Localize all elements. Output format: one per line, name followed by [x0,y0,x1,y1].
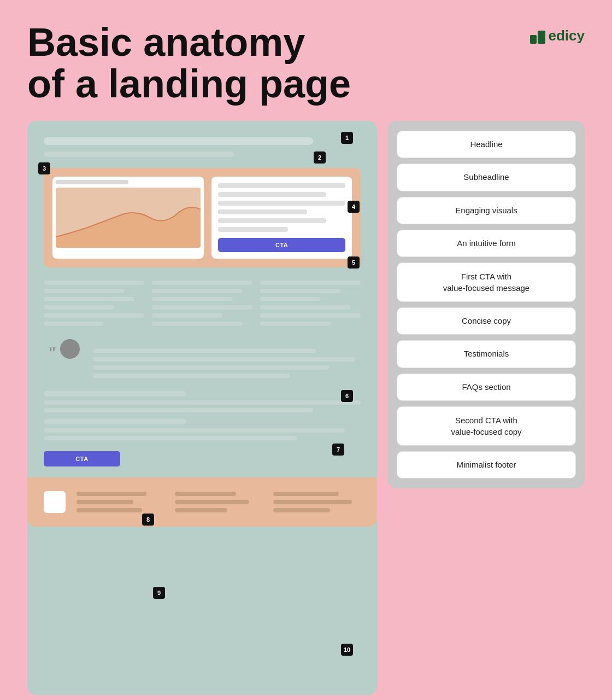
mockup-footer [27,477,377,527]
footer-col [273,492,361,512]
chart-area [56,188,201,248]
label-first-cta: First CTA withvalue-focused message [397,262,576,302]
badge-1: 1 [341,132,353,144]
mockup-subheadline [44,151,234,157]
form-line [218,227,288,232]
logo-text: edicy [549,27,585,44]
badge-3: 3 [38,162,50,174]
mockup-faqs [44,391,361,440]
copy-col [44,281,144,326]
footer-logo-box [44,491,66,513]
visual-bar [56,180,128,184]
header: Basic anatomy of a landing page edicy [27,22,585,104]
badge-4: 4 [348,201,360,213]
label-testimonials: Testimonials [397,340,576,368]
mockup-form: 4 5 CTA [211,177,352,259]
label-headline: Headline [397,131,576,158]
logo: edicy [530,27,585,44]
labels-panel: Headline Subheadline Engaging visuals An… [388,121,585,488]
mockup-testimonial: " [44,339,361,378]
mockup-hero: 3 4 [44,168,361,267]
mockup-visual-inner [52,177,204,259]
mockup-second-cta: CTA [44,451,361,466]
badge-7: 7 [332,444,344,456]
mockup-visual [52,177,204,259]
cta-button-1[interactable]: CTA [218,238,345,252]
main-title: Basic anatomy of a landing page [27,22,351,104]
copy-col [260,281,361,326]
testimonial-avatar [60,339,80,359]
form-line [218,192,326,197]
label-faqs: FAQs section [397,374,576,401]
form-line [218,209,307,214]
testimonial-lines [93,345,355,378]
form-line [218,183,345,188]
label-concise-copy: Concise copy [397,307,576,335]
copy-col [152,281,252,326]
label-subheadline: Subheadline [397,164,576,191]
footer-col [175,492,262,512]
logo-icon [530,28,545,44]
footer-col [76,492,164,512]
mockup-copy-section [44,281,361,326]
svg-rect-1 [538,31,545,44]
page-wrapper: Basic anatomy of a landing page edicy 1 … [0,0,612,700]
badge-10: 10 [341,644,353,656]
label-footer: Minimalist footer [397,451,576,479]
main-content: 1 2 3 [27,121,585,695]
form-line [218,218,326,223]
faq-item [44,391,361,412]
label-intuitive-form: An intuitive form [397,230,576,257]
mockup-headline [44,137,313,145]
faq-item [44,419,361,440]
badge-6: 6 [341,390,353,402]
form-line [218,201,345,206]
badge-2: 2 [314,151,326,164]
svg-rect-0 [530,35,537,44]
label-second-cta: Second CTA withvalue-focused copy [397,406,576,446]
quote-icon: " [49,345,55,362]
badge-8: 8 [142,514,154,526]
badge-9: 9 [153,587,165,599]
badge-5: 5 [348,256,360,269]
cta-button-2[interactable]: CTA [44,451,120,466]
label-engaging-visuals: Engaging visuals [397,197,576,224]
landing-page-mockup: 1 2 3 [27,121,377,695]
